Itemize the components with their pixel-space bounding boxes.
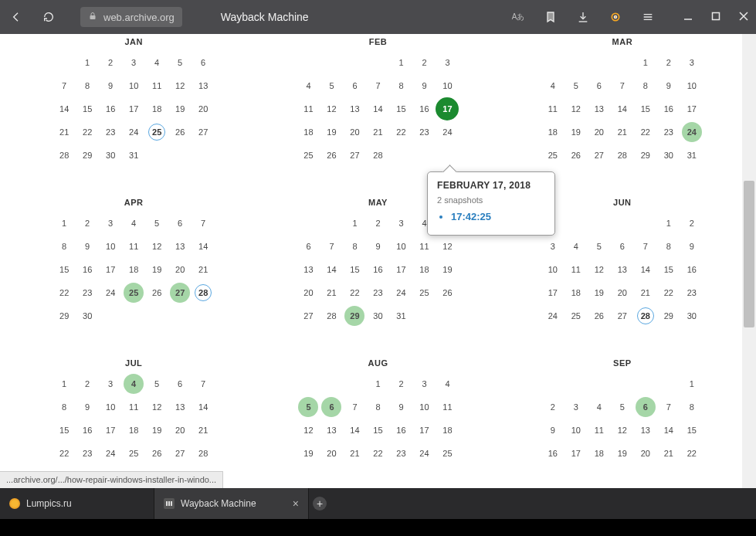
calendar-day[interactable]: 8 — [53, 235, 76, 258]
scrollbar-track[interactable] — [742, 34, 756, 488]
calendar-day[interactable]: 22 — [634, 120, 657, 144]
calendar-day[interactable]: 19 — [297, 442, 320, 465]
calendar-day[interactable]: 5 — [564, 74, 588, 97]
calendar-day[interactable]: 23 — [99, 120, 122, 144]
calendar-day[interactable]: 23 — [76, 281, 99, 304]
calendar-day[interactable]: 19 — [436, 258, 459, 281]
calendar-day[interactable]: 31 — [680, 144, 703, 167]
calendar-day[interactable]: 4 — [122, 372, 145, 395]
calendar-day[interactable]: 3 — [680, 51, 703, 74]
bookmark-icon[interactable] — [543, 8, 558, 25]
calendar-day[interactable]: 11 — [412, 235, 436, 258]
calendar-day[interactable]: 5 — [168, 51, 192, 74]
tab-close-icon[interactable]: × — [293, 497, 299, 510]
calendar-day[interactable]: 23 — [412, 120, 436, 144]
calendar-day[interactable]: 2 — [76, 372, 99, 395]
calendar-day[interactable]: 13 — [588, 97, 611, 120]
calendar-day[interactable]: 22 — [53, 281, 76, 304]
calendar-day[interactable]: 18 — [412, 258, 436, 281]
calendar-day[interactable]: 19 — [320, 120, 343, 144]
calendar-day[interactable]: 18 — [297, 120, 320, 144]
calendar-day[interactable]: 1 — [343, 212, 366, 235]
extension-icon[interactable] — [608, 8, 623, 25]
calendar-day[interactable]: 6 — [343, 74, 366, 97]
calendar-day[interactable]: 6 — [168, 372, 192, 395]
calendar-day[interactable]: 24 — [122, 120, 145, 144]
calendar-day[interactable]: 14 — [320, 258, 343, 281]
calendar-day[interactable]: 26 — [145, 442, 168, 465]
calendar-day[interactable]: 27 — [168, 281, 192, 304]
calendar-day[interactable]: 9 — [99, 74, 122, 97]
calendar-day[interactable]: 22 — [366, 442, 389, 465]
calendar-day[interactable]: 8 — [634, 74, 657, 97]
calendar-day[interactable]: 3 — [541, 235, 564, 258]
calendar-day[interactable]: 9 — [680, 235, 703, 258]
calendar-day[interactable]: 24 — [99, 442, 122, 465]
calendar-day[interactable]: 18 — [436, 419, 459, 442]
calendar-day[interactable]: 5 — [145, 372, 168, 395]
calendar-day[interactable]: 17 — [122, 97, 145, 120]
calendar-day[interactable]: 24 — [99, 281, 122, 304]
calendar-day[interactable]: 20 — [611, 281, 634, 304]
menu-button[interactable] — [640, 8, 656, 25]
calendar-day[interactable]: 13 — [611, 258, 634, 281]
calendar-day[interactable]: 12 — [145, 395, 168, 419]
calendar-day[interactable]: 18 — [122, 258, 145, 281]
scrollbar-thumb[interactable] — [744, 181, 754, 327]
calendar-day[interactable]: 5 — [611, 395, 634, 419]
calendar-day[interactable]: 18 — [564, 281, 588, 304]
calendar-day[interactable]: 10 — [436, 74, 459, 97]
calendar-day[interactable]: 14 — [657, 419, 680, 442]
calendar-day[interactable]: 30 — [76, 304, 99, 327]
calendar-day[interactable]: 25 — [436, 442, 459, 465]
calendar-day[interactable]: 2 — [541, 395, 564, 419]
calendar-day[interactable]: 23 — [389, 442, 412, 465]
calendar-day[interactable]: 15 — [53, 258, 76, 281]
calendar-day[interactable]: 22 — [680, 442, 703, 465]
window-minimize[interactable] — [683, 10, 693, 24]
calendar-day[interactable]: 15 — [680, 419, 703, 442]
calendar-day[interactable]: 24 — [389, 281, 412, 304]
translate-icon[interactable]: Aあ — [510, 8, 526, 25]
calendar-day[interactable]: 7 — [320, 235, 343, 258]
calendar-day[interactable]: 29 — [657, 304, 680, 327]
calendar-day[interactable]: 3 — [436, 51, 459, 74]
calendar-day[interactable]: 7 — [53, 74, 76, 97]
calendar-day[interactable]: 9 — [541, 419, 564, 442]
calendar-day[interactable]: 16 — [680, 258, 703, 281]
calendar-day[interactable]: 10 — [122, 74, 145, 97]
calendar-day[interactable]: 12 — [588, 258, 611, 281]
calendar-day[interactable]: 21 — [320, 281, 343, 304]
calendar-day[interactable]: 28 — [192, 442, 215, 465]
calendar-day[interactable]: 21 — [53, 120, 76, 144]
reload-button[interactable] — [40, 8, 57, 25]
calendar-day[interactable]: 28 — [634, 304, 657, 327]
calendar-day[interactable]: 27 — [343, 144, 366, 167]
calendar-day[interactable]: 8 — [53, 395, 76, 419]
calendar-day[interactable]: 30 — [366, 304, 389, 327]
calendar-day[interactable]: 18 — [588, 442, 611, 465]
calendar-day[interactable]: 11 — [122, 395, 145, 419]
calendar-day[interactable]: 6 — [192, 51, 215, 74]
calendar-day[interactable]: 7 — [611, 74, 634, 97]
calendar-day[interactable]: 28 — [320, 304, 343, 327]
calendar-day[interactable]: 10 — [541, 258, 564, 281]
calendar-day[interactable]: 26 — [145, 281, 168, 304]
calendar-day[interactable]: 25 — [412, 281, 436, 304]
calendar-day[interactable]: 16 — [657, 97, 680, 120]
calendar-day[interactable]: 17 — [412, 419, 436, 442]
calendar-day[interactable]: 11 — [145, 74, 168, 97]
calendar-day[interactable]: 15 — [389, 97, 412, 120]
calendar-day[interactable]: 22 — [343, 281, 366, 304]
calendar-day[interactable]: 1 — [53, 212, 76, 235]
calendar-day[interactable]: 21 — [343, 442, 366, 465]
calendar-day[interactable]: 5 — [145, 212, 168, 235]
calendar-day[interactable]: 10 — [99, 395, 122, 419]
calendar-day[interactable]: 2 — [680, 212, 703, 235]
calendar-day[interactable]: 1 — [680, 372, 703, 395]
calendar-day[interactable]: 1 — [53, 372, 76, 395]
calendar-day[interactable]: 20 — [297, 281, 320, 304]
back-button[interactable] — [8, 8, 25, 25]
calendar-day[interactable]: 11 — [297, 97, 320, 120]
calendar-day[interactable]: 12 — [320, 97, 343, 120]
